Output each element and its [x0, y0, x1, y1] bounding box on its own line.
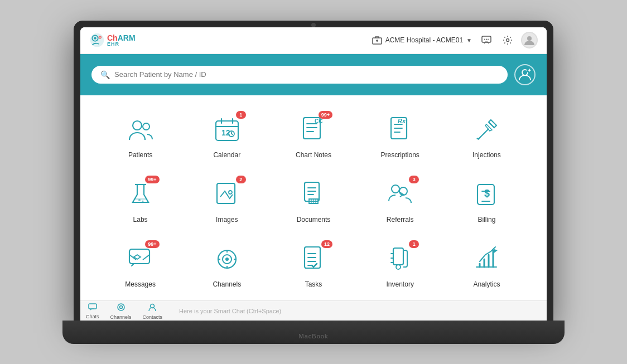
footer-tab-contacts[interactable]: Contacts	[143, 303, 163, 320]
app-grid: Patients121CalendarCC99+Chart NotesRxPre…	[97, 106, 530, 295]
add-patient-icon	[517, 67, 533, 82]
svg-point-6	[484, 39, 485, 40]
svg-point-41	[119, 305, 122, 308]
app-item-labs[interactable]: 99+Labs	[97, 171, 184, 230]
app-icon-wrap-referrals: 3	[383, 178, 417, 211]
app-label-prescriptions: Prescriptions	[381, 151, 419, 159]
contacts-footer-label: Contacts	[143, 314, 163, 320]
logo-area[interactable]: ChARM EHR	[89, 32, 136, 48]
svg-text:$: $	[484, 188, 490, 199]
screen: ChARM EHR ACME Hospital - ACME01 ▼	[80, 27, 547, 322]
svg-point-8	[488, 39, 489, 40]
app-label-patients: Patients	[128, 151, 152, 159]
add-patient-button[interactable]	[514, 64, 536, 85]
svg-text:CC: CC	[315, 118, 322, 124]
search-icon: 🔍	[100, 70, 110, 79]
app-item-patients[interactable]: Patients	[97, 106, 184, 166]
channels-footer-icon	[117, 303, 126, 313]
app-icon-wrap-injections	[470, 113, 503, 147]
app-item-tasks[interactable]: 12Tasks	[270, 236, 356, 295]
app-item-billing[interactable]: $Billing	[443, 171, 530, 230]
search-bar-container: 🔍	[91, 66, 508, 84]
avatar-icon	[522, 33, 537, 47]
svg-point-28	[392, 185, 399, 193]
svg-point-24	[142, 200, 143, 202]
app-item-analytics[interactable]: Analytics	[443, 236, 530, 295]
svg-point-35	[225, 258, 229, 261]
main-content: Patients121CalendarCC99+Chart NotesRxPre…	[80, 95, 547, 300]
app-icon-wrap-documents	[297, 178, 330, 211]
footer-tab-chats[interactable]: Chats	[86, 303, 99, 319]
app-icon-wrap-billing: $	[470, 178, 503, 211]
chats-footer-icon	[88, 303, 97, 313]
svg-point-26	[229, 191, 232, 194]
svg-rect-39	[89, 304, 97, 309]
app-item-injections[interactable]: Injections	[443, 106, 530, 166]
footer-tab-channels[interactable]: Channels	[110, 303, 132, 320]
svg-point-23	[138, 199, 141, 201]
svg-text:Rx: Rx	[398, 118, 406, 124]
logo-charm: ChARM	[107, 34, 136, 42]
app-icon-wrap-patients	[124, 113, 157, 147]
app-item-documents[interactable]: Documents	[270, 171, 356, 230]
channels-icon	[117, 303, 126, 312]
app-item-referrals[interactable]: 3Referrals	[357, 171, 443, 230]
app-label-chart-notes: Chart Notes	[296, 151, 331, 159]
app-item-images[interactable]: 2Images	[184, 171, 270, 230]
laptop-body: ChARM EHR ACME Hospital - ACME01 ▼	[74, 21, 553, 322]
search-area: 🔍	[80, 54, 547, 95]
hospital-dropdown-icon: ▼	[466, 37, 472, 43]
app-badge-labs: 99+	[145, 176, 159, 184]
app-label-channels: Channels	[213, 280, 241, 288]
app-label-referrals: Referrals	[387, 216, 414, 224]
settings-header-icon[interactable]	[500, 32, 515, 48]
app-label-analytics: Analytics	[473, 280, 500, 288]
app-label-injections: Injections	[472, 151, 501, 159]
logo-text: ChARM EHR	[107, 34, 136, 47]
app-icon-wrap-analytics	[470, 242, 503, 276]
search-input[interactable]	[114, 70, 499, 79]
app-icon-wrap-prescriptions: Rx	[383, 113, 417, 147]
messages-header-icon[interactable]	[479, 32, 494, 48]
channels-footer-label: Channels	[110, 314, 132, 320]
app-badge-calendar: 1	[236, 111, 246, 119]
svg-point-38	[396, 265, 401, 269]
app-item-messages[interactable]: 99+Messages	[97, 236, 184, 295]
app-item-calendar[interactable]: 121Calendar	[184, 106, 270, 166]
app-item-inventory[interactable]: 1Inventory	[357, 236, 443, 295]
header-right: ACME Hospital - ACME01 ▼	[372, 32, 538, 48]
chats-footer-label: Chats	[86, 314, 99, 319]
footer-chat-input[interactable]: Here is your Smart Chat (Ctrl+Space)	[173, 308, 541, 314]
svg-point-7	[486, 39, 487, 40]
app-badge-images: 2	[236, 176, 246, 184]
svg-point-14	[133, 121, 142, 130]
svg-point-15	[143, 123, 149, 130]
hospital-icon	[372, 36, 382, 45]
app-label-inventory: Inventory	[387, 280, 414, 288]
svg-point-40	[118, 304, 124, 310]
app-label-documents: Documents	[297, 216, 331, 224]
app-icon-wrap-messages: 99+	[124, 242, 157, 276]
app-icon-wrap-calendar: 121	[210, 113, 244, 147]
app-badge-chart-notes: 99+	[319, 111, 332, 119]
app-item-chart-notes[interactable]: CC99+Chart Notes	[270, 106, 356, 166]
header-icons	[479, 32, 538, 48]
laptop-base	[62, 321, 565, 344]
chats-icon	[88, 303, 97, 311]
svg-point-2	[94, 37, 96, 39]
app-item-prescriptions[interactable]: RxPrescriptions	[357, 106, 443, 166]
app-badge-referrals: 3	[409, 176, 419, 184]
chat-icon	[481, 36, 491, 45]
app-label-calendar: Calendar	[213, 151, 240, 159]
hospital-selector[interactable]: ACME Hospital - ACME01 ▼	[372, 36, 472, 45]
app-header: ChARM EHR ACME Hospital - ACME01 ▼	[80, 27, 547, 54]
user-avatar[interactable]	[521, 32, 538, 48]
logo-ehr: EHR	[107, 42, 136, 47]
app-item-channels[interactable]: Channels	[184, 236, 270, 295]
app-icon-wrap-inventory: 1	[383, 242, 417, 276]
laptop-notch	[311, 23, 316, 27]
app-icon-wrap-channels	[210, 242, 244, 276]
app-badge-inventory: 1	[409, 240, 419, 249]
app-icon-wrap-tasks: 12	[297, 242, 330, 276]
app-label-billing: Billing	[478, 216, 495, 224]
